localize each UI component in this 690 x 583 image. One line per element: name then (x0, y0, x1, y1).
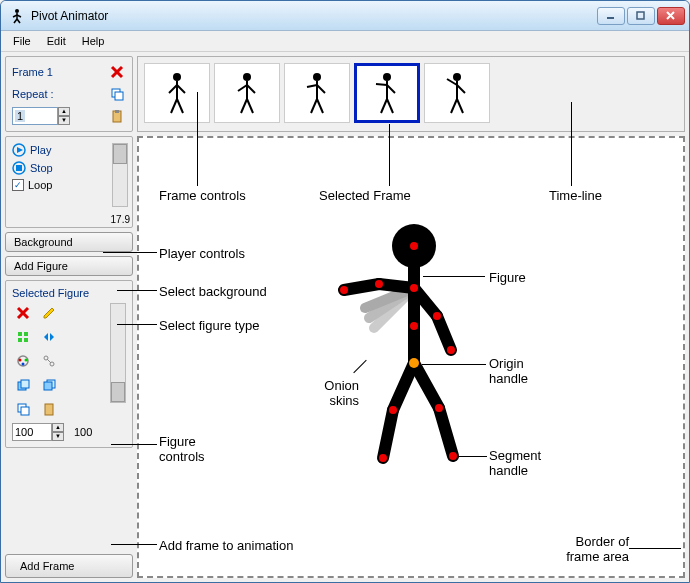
svg-point-86 (375, 280, 383, 288)
timeline (137, 56, 685, 132)
flip-figure-icon[interactable] (38, 327, 60, 347)
svg-line-50 (247, 85, 255, 93)
color-figure-icon[interactable] (12, 351, 34, 371)
titlebar[interactable]: Pivot Animator (1, 1, 689, 31)
svg-point-28 (19, 359, 22, 362)
svg-line-80 (383, 410, 393, 458)
sidebar: Frame 1 Repeat : 1 ▲▼ (5, 56, 133, 578)
scale-spinner[interactable]: ▲▼ (52, 423, 64, 441)
svg-line-46 (177, 99, 183, 113)
svg-point-47 (243, 73, 251, 81)
annotation-player-controls: Player controls (159, 246, 245, 261)
stop-button[interactable]: Stop (30, 162, 53, 174)
svg-point-87 (340, 286, 348, 294)
stop-icon (12, 161, 26, 175)
svg-point-93 (379, 454, 387, 462)
svg-rect-15 (115, 110, 119, 113)
delete-figure-icon[interactable] (12, 303, 34, 323)
svg-point-65 (453, 73, 461, 81)
add-frame-button[interactable]: Add Frame (5, 554, 133, 578)
timeline-frame-selected[interactable] (354, 63, 420, 123)
svg-line-70 (457, 99, 463, 113)
join-figure-icon[interactable] (38, 351, 60, 371)
svg-point-29 (25, 359, 28, 362)
svg-line-78 (437, 316, 451, 350)
repeat-spinner[interactable]: ▲▼ (58, 107, 70, 125)
add-figure-button[interactable]: Add Figure (5, 256, 133, 276)
svg-rect-37 (44, 382, 52, 390)
svg-line-64 (387, 99, 393, 113)
svg-line-52 (247, 99, 253, 113)
scale-input[interactable]: 100 (12, 423, 52, 441)
svg-point-90 (410, 322, 418, 330)
frame-controls-panel: Frame 1 Repeat : 1 ▲▼ (5, 56, 133, 132)
annotation-border: Border of frame area (539, 534, 629, 564)
svg-point-0 (15, 9, 19, 13)
timeline-frame[interactable] (284, 63, 350, 123)
svg-point-92 (389, 406, 397, 414)
menu-file[interactable]: File (5, 33, 39, 49)
annotation-add-frame: Add frame to animation (159, 538, 293, 553)
svg-line-44 (177, 85, 185, 93)
svg-line-56 (317, 85, 325, 93)
svg-point-30 (22, 363, 25, 366)
annotation-figure-controls: Figure controls (159, 434, 219, 464)
edit-figure-icon[interactable] (38, 303, 60, 323)
copy-frame-icon[interactable] (108, 85, 126, 103)
fps-slider[interactable] (112, 143, 128, 207)
paste-frame-icon[interactable] (108, 107, 126, 125)
svg-marker-22 (44, 308, 54, 318)
svg-point-95 (449, 452, 457, 460)
paste-figure-icon[interactable] (38, 399, 60, 419)
loop-checkbox[interactable]: ✓ (12, 179, 24, 191)
delete-frame-icon[interactable] (108, 63, 126, 81)
menubar: File Edit Help (1, 31, 689, 52)
svg-line-45 (171, 99, 177, 113)
center-figure-icon[interactable] (12, 327, 34, 347)
svg-rect-40 (45, 404, 53, 415)
app-icon (9, 8, 25, 24)
repeat-input[interactable]: 1 (12, 107, 58, 125)
close-button[interactable] (657, 7, 685, 25)
copy-figure-icon[interactable] (12, 399, 34, 419)
menu-help[interactable]: Help (74, 33, 113, 49)
background-button[interactable]: Background (5, 232, 133, 252)
timeline-frame[interactable] (424, 63, 490, 123)
figure-panel: Selected Figure (5, 280, 133, 448)
svg-line-43 (169, 85, 177, 93)
menu-edit[interactable]: Edit (39, 33, 74, 49)
annotation-selected-frame: Selected Frame (319, 188, 411, 203)
svg-line-82 (439, 408, 453, 456)
svg-point-85 (410, 284, 418, 292)
svg-line-63 (381, 99, 387, 113)
main-figure[interactable] (329, 218, 499, 478)
svg-point-89 (447, 346, 455, 354)
player-panel: Play Stop ✓ Loop 17.9 (5, 136, 133, 228)
svg-rect-39 (21, 407, 29, 415)
svg-line-57 (311, 99, 317, 113)
maximize-button[interactable] (627, 7, 655, 25)
svg-point-88 (433, 312, 441, 320)
svg-point-59 (383, 73, 391, 81)
canvas[interactable]: Frame controls Selected Frame Time-line … (137, 136, 685, 578)
svg-line-33 (47, 359, 51, 363)
svg-rect-26 (24, 338, 28, 342)
svg-line-69 (451, 99, 457, 113)
minimize-button[interactable] (597, 7, 625, 25)
svg-point-84 (410, 242, 418, 250)
timeline-frame[interactable] (214, 63, 280, 123)
raise-figure-icon[interactable] (12, 375, 34, 395)
play-button[interactable]: Play (30, 144, 51, 156)
lower-figure-icon[interactable] (38, 375, 60, 395)
fps-value: 17.9 (111, 214, 130, 225)
frame-label: Frame 1 (12, 66, 53, 78)
figure-scale-slider[interactable] (110, 303, 126, 403)
annotation-select-background: Select background (159, 284, 267, 299)
timeline-frame[interactable] (144, 63, 210, 123)
svg-marker-17 (17, 147, 23, 153)
svg-point-41 (173, 73, 181, 81)
window-title: Pivot Animator (31, 9, 597, 23)
annotation-select-figure-type: Select figure type (159, 318, 259, 333)
svg-rect-25 (18, 338, 22, 342)
scale-label: 100 (74, 426, 92, 438)
